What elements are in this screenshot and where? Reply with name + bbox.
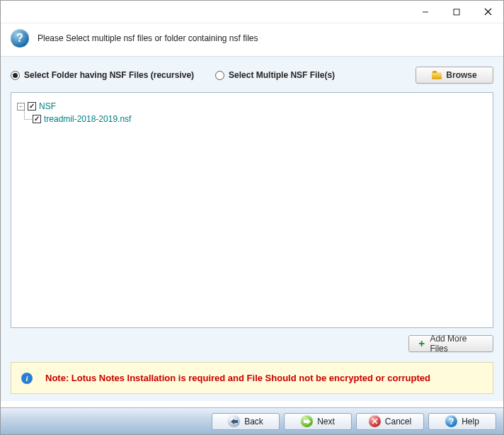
header: ? Please Select multiple nsf files or fo… [1, 23, 503, 57]
body: Select Folder having NSF Files (recursiv… [1, 57, 503, 401]
radio-group: Select Folder having NSF Files (recursiv… [11, 70, 335, 80]
cancel-icon [369, 415, 381, 427]
minimize-button[interactable] [410, 1, 441, 23]
tree-root-row[interactable]: − NSF [17, 100, 487, 113]
radio-label: Select Folder having NSF Files (recursiv… [24, 70, 194, 80]
plus-icon [418, 339, 425, 348]
note-text: Note: Lotus Notes Installation is requir… [45, 371, 430, 385]
add-more-label: Add More Files [430, 334, 484, 354]
radio-indicator [215, 71, 224, 80]
maximize-button[interactable] [441, 1, 472, 23]
radio-select-folder[interactable]: Select Folder having NSF Files (recursiv… [11, 70, 194, 80]
question-icon: ? [11, 29, 29, 47]
options-row: Select Folder having NSF Files (recursiv… [11, 67, 493, 84]
add-more-row: Add More Files [11, 335, 493, 352]
radio-select-files[interactable]: Select Multiple NSF File(s) [215, 70, 335, 80]
close-button[interactable] [472, 1, 503, 23]
help-button[interactable]: Help [428, 413, 496, 430]
cancel-button[interactable]: Cancel [356, 413, 424, 430]
folder-icon [432, 71, 442, 79]
browse-button[interactable]: Browse [416, 67, 493, 84]
window-titlebar [1, 1, 503, 23]
radio-indicator [11, 71, 20, 80]
back-arrow-icon [228, 415, 240, 427]
svg-marker-7 [304, 419, 311, 424]
help-icon [445, 415, 457, 427]
header-instruction: Please Select multiple nsf files or fold… [38, 33, 258, 43]
next-arrow-icon [301, 415, 313, 427]
info-icon: i [21, 373, 33, 384]
tree-child-row[interactable]: treadmil-2018-2019.nsf [33, 113, 487, 125]
svg-rect-1 [454, 9, 459, 15]
file-tree-panel: − NSF treadmil-2018-2019.nsf [11, 92, 493, 328]
back-button[interactable]: Back [212, 413, 280, 430]
next-button[interactable]: Next [284, 413, 352, 430]
footer: Back Next Cancel Help [1, 407, 503, 434]
note-box: i Note: Lotus Notes Installation is requ… [11, 362, 493, 395]
add-more-files-button[interactable]: Add More Files [408, 335, 493, 352]
radio-label: Select Multiple NSF File(s) [229, 70, 335, 80]
back-label: Back [244, 417, 263, 426]
svg-marker-6 [231, 419, 238, 424]
checkbox-child[interactable] [33, 115, 41, 123]
tree-child-label: treadmil-2018-2019.nsf [44, 114, 131, 124]
browse-label: Browse [446, 70, 476, 80]
cancel-label: Cancel [385, 417, 411, 426]
tree-root-label: NSF [39, 101, 56, 111]
next-label: Next [317, 417, 335, 426]
help-label: Help [462, 417, 479, 426]
